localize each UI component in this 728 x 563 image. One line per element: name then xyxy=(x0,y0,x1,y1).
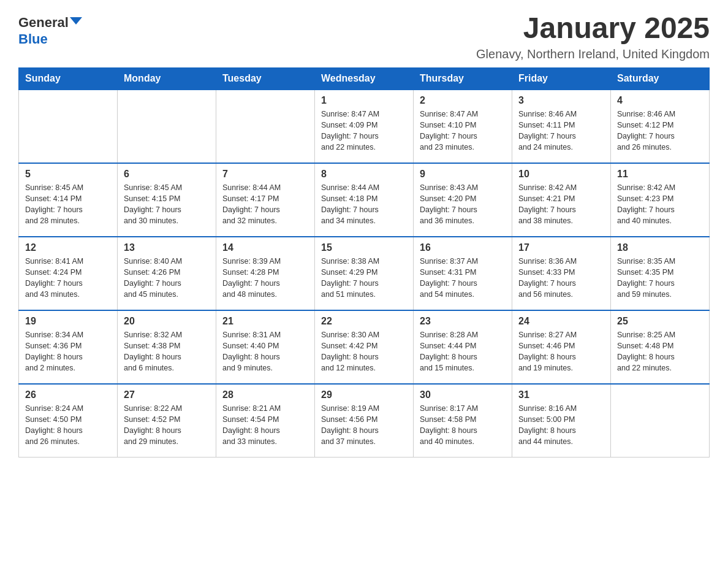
day-number: 6 xyxy=(124,169,210,180)
day-info: Sunrise: 8:36 AMSunset: 4:33 PMDaylight:… xyxy=(518,256,604,301)
day-number: 20 xyxy=(124,316,210,327)
column-header-monday: Monday xyxy=(118,67,216,90)
day-info: Sunrise: 8:17 AMSunset: 4:58 PMDaylight:… xyxy=(420,403,506,448)
day-info: Sunrise: 8:35 AMSunset: 4:35 PMDaylight:… xyxy=(617,256,703,301)
day-number: 13 xyxy=(124,242,210,253)
column-header-thursday: Thursday xyxy=(414,67,512,90)
calendar-cell: 22Sunrise: 8:30 AMSunset: 4:42 PMDayligh… xyxy=(315,310,414,384)
day-number: 12 xyxy=(25,242,111,253)
calendar-cell xyxy=(19,90,118,163)
calendar-cell: 14Sunrise: 8:39 AMSunset: 4:28 PMDayligh… xyxy=(216,237,315,310)
day-info: Sunrise: 8:45 AMSunset: 4:15 PMDaylight:… xyxy=(124,182,210,227)
calendar-cell: 11Sunrise: 8:42 AMSunset: 4:23 PMDayligh… xyxy=(611,163,710,237)
column-header-saturday: Saturday xyxy=(611,67,710,90)
day-info: Sunrise: 8:44 AMSunset: 4:17 PMDaylight:… xyxy=(222,182,308,227)
calendar-cell: 15Sunrise: 8:38 AMSunset: 4:29 PMDayligh… xyxy=(315,237,414,310)
day-info: Sunrise: 8:28 AMSunset: 4:44 PMDaylight:… xyxy=(420,329,506,374)
day-info: Sunrise: 8:24 AMSunset: 4:50 PMDaylight:… xyxy=(25,403,111,448)
calendar-cell: 28Sunrise: 8:21 AMSunset: 4:54 PMDayligh… xyxy=(216,384,315,458)
day-number: 5 xyxy=(25,169,111,180)
day-info: Sunrise: 8:19 AMSunset: 4:56 PMDaylight:… xyxy=(321,403,407,448)
page-header: General Blue January 2025 Glenavy, North… xyxy=(18,12,710,61)
calendar-table: SundayMondayTuesdayWednesdayThursdayFrid… xyxy=(18,67,710,458)
day-number: 1 xyxy=(321,95,407,106)
calendar-week-3: 12Sunrise: 8:41 AMSunset: 4:24 PMDayligh… xyxy=(19,237,710,310)
day-number: 21 xyxy=(222,316,308,327)
page-title: January 2025 xyxy=(476,12,710,45)
calendar-body: 1Sunrise: 8:47 AMSunset: 4:09 PMDaylight… xyxy=(19,90,710,458)
calendar-cell: 3Sunrise: 8:46 AMSunset: 4:11 PMDaylight… xyxy=(512,90,611,163)
calendar-cell: 19Sunrise: 8:34 AMSunset: 4:36 PMDayligh… xyxy=(19,310,118,384)
column-header-friday: Friday xyxy=(512,67,611,90)
calendar-cell: 20Sunrise: 8:32 AMSunset: 4:38 PMDayligh… xyxy=(118,310,216,384)
day-info: Sunrise: 8:46 AMSunset: 4:12 PMDaylight:… xyxy=(617,109,703,153)
day-number: 19 xyxy=(25,316,111,327)
day-number: 18 xyxy=(617,242,703,253)
calendar-week-5: 26Sunrise: 8:24 AMSunset: 4:50 PMDayligh… xyxy=(19,384,710,458)
day-number: 22 xyxy=(321,316,407,327)
calendar-cell: 24Sunrise: 8:27 AMSunset: 4:46 PMDayligh… xyxy=(512,310,611,384)
day-info: Sunrise: 8:42 AMSunset: 4:21 PMDaylight:… xyxy=(518,182,604,227)
calendar-cell xyxy=(118,90,216,163)
day-info: Sunrise: 8:32 AMSunset: 4:38 PMDaylight:… xyxy=(124,329,210,374)
day-number: 3 xyxy=(518,95,604,106)
calendar-cell: 29Sunrise: 8:19 AMSunset: 4:56 PMDayligh… xyxy=(315,384,414,458)
day-info: Sunrise: 8:21 AMSunset: 4:54 PMDaylight:… xyxy=(222,403,308,448)
day-number: 4 xyxy=(617,95,703,106)
calendar-cell: 31Sunrise: 8:16 AMSunset: 5:00 PMDayligh… xyxy=(512,384,611,458)
day-info: Sunrise: 8:47 AMSunset: 4:09 PMDaylight:… xyxy=(321,109,407,153)
day-number: 14 xyxy=(222,242,308,253)
day-info: Sunrise: 8:47 AMSunset: 4:10 PMDaylight:… xyxy=(420,109,506,153)
day-info: Sunrise: 8:22 AMSunset: 4:52 PMDaylight:… xyxy=(124,403,210,448)
title-block: January 2025 Glenavy, Northern Ireland, … xyxy=(476,12,710,61)
day-number: 7 xyxy=(222,169,308,180)
calendar-week-2: 5Sunrise: 8:45 AMSunset: 4:14 PMDaylight… xyxy=(19,163,710,237)
column-header-tuesday: Tuesday xyxy=(216,67,315,90)
calendar-cell: 12Sunrise: 8:41 AMSunset: 4:24 PMDayligh… xyxy=(19,237,118,310)
calendar-header-row: SundayMondayTuesdayWednesdayThursdayFrid… xyxy=(19,67,710,90)
calendar-cell: 17Sunrise: 8:36 AMSunset: 4:33 PMDayligh… xyxy=(512,237,611,310)
day-number: 10 xyxy=(518,169,604,180)
day-number: 15 xyxy=(321,242,407,253)
calendar-cell: 30Sunrise: 8:17 AMSunset: 4:58 PMDayligh… xyxy=(414,384,512,458)
day-info: Sunrise: 8:40 AMSunset: 4:26 PMDaylight:… xyxy=(124,256,210,301)
column-header-wednesday: Wednesday xyxy=(315,67,414,90)
day-info: Sunrise: 8:34 AMSunset: 4:36 PMDaylight:… xyxy=(25,329,111,374)
day-info: Sunrise: 8:43 AMSunset: 4:20 PMDaylight:… xyxy=(420,182,506,227)
calendar-cell: 23Sunrise: 8:28 AMSunset: 4:44 PMDayligh… xyxy=(414,310,512,384)
day-number: 2 xyxy=(420,95,506,106)
day-info: Sunrise: 8:25 AMSunset: 4:48 PMDaylight:… xyxy=(617,329,703,374)
calendar-cell xyxy=(216,90,315,163)
day-number: 25 xyxy=(617,316,703,327)
logo-text: General xyxy=(18,15,82,30)
day-info: Sunrise: 8:38 AMSunset: 4:29 PMDaylight:… xyxy=(321,256,407,301)
calendar-cell: 1Sunrise: 8:47 AMSunset: 4:09 PMDaylight… xyxy=(315,90,414,163)
day-info: Sunrise: 8:41 AMSunset: 4:24 PMDaylight:… xyxy=(25,256,111,301)
day-number: 9 xyxy=(420,169,506,180)
calendar-cell: 26Sunrise: 8:24 AMSunset: 4:50 PMDayligh… xyxy=(19,384,118,458)
calendar-cell: 5Sunrise: 8:45 AMSunset: 4:14 PMDaylight… xyxy=(19,163,118,237)
day-number: 28 xyxy=(222,389,308,400)
day-info: Sunrise: 8:46 AMSunset: 4:11 PMDaylight:… xyxy=(518,109,604,153)
page-subtitle: Glenavy, Northern Ireland, United Kingdo… xyxy=(476,47,710,61)
calendar-cell: 18Sunrise: 8:35 AMSunset: 4:35 PMDayligh… xyxy=(611,237,710,310)
calendar-cell: 4Sunrise: 8:46 AMSunset: 4:12 PMDaylight… xyxy=(611,90,710,163)
calendar-cell: 16Sunrise: 8:37 AMSunset: 4:31 PMDayligh… xyxy=(414,237,512,310)
calendar-cell xyxy=(611,384,710,458)
calendar-week-1: 1Sunrise: 8:47 AMSunset: 4:09 PMDaylight… xyxy=(19,90,710,163)
day-info: Sunrise: 8:31 AMSunset: 4:40 PMDaylight:… xyxy=(222,329,308,374)
calendar-cell: 21Sunrise: 8:31 AMSunset: 4:40 PMDayligh… xyxy=(216,310,315,384)
day-info: Sunrise: 8:16 AMSunset: 5:00 PMDaylight:… xyxy=(518,403,604,448)
calendar-cell: 2Sunrise: 8:47 AMSunset: 4:10 PMDaylight… xyxy=(414,90,512,163)
day-info: Sunrise: 8:37 AMSunset: 4:31 PMDaylight:… xyxy=(420,256,506,301)
day-number: 29 xyxy=(321,389,407,400)
calendar-cell: 10Sunrise: 8:42 AMSunset: 4:21 PMDayligh… xyxy=(512,163,611,237)
calendar-cell: 7Sunrise: 8:44 AMSunset: 4:17 PMDaylight… xyxy=(216,163,315,237)
day-number: 17 xyxy=(518,242,604,253)
day-number: 31 xyxy=(518,389,604,400)
calendar-cell: 9Sunrise: 8:43 AMSunset: 4:20 PMDaylight… xyxy=(414,163,512,237)
day-number: 16 xyxy=(420,242,506,253)
calendar-cell: 27Sunrise: 8:22 AMSunset: 4:52 PMDayligh… xyxy=(118,384,216,458)
day-number: 26 xyxy=(25,389,111,400)
day-number: 23 xyxy=(420,316,506,327)
